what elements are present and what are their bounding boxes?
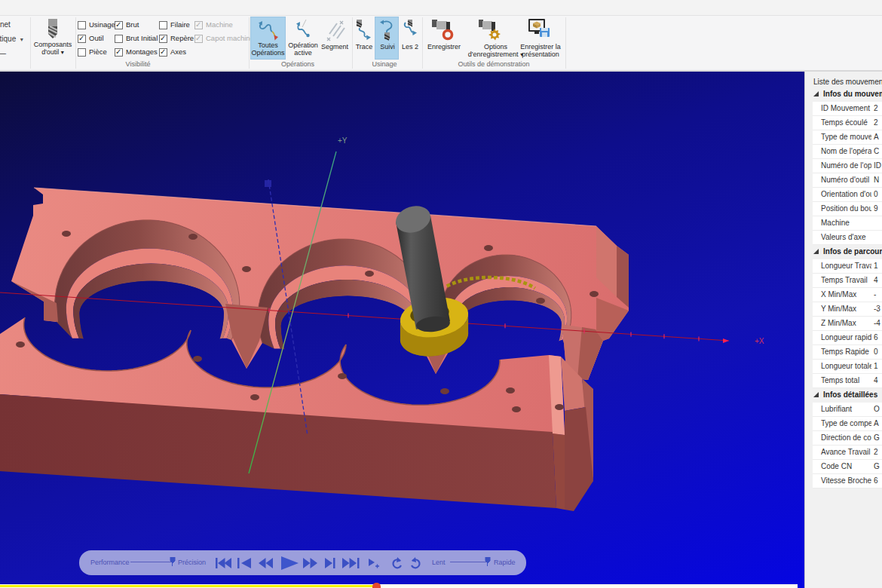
svg-text:+X: +X (755, 337, 764, 345)
svg-text:+Y: +Y (338, 136, 348, 145)
